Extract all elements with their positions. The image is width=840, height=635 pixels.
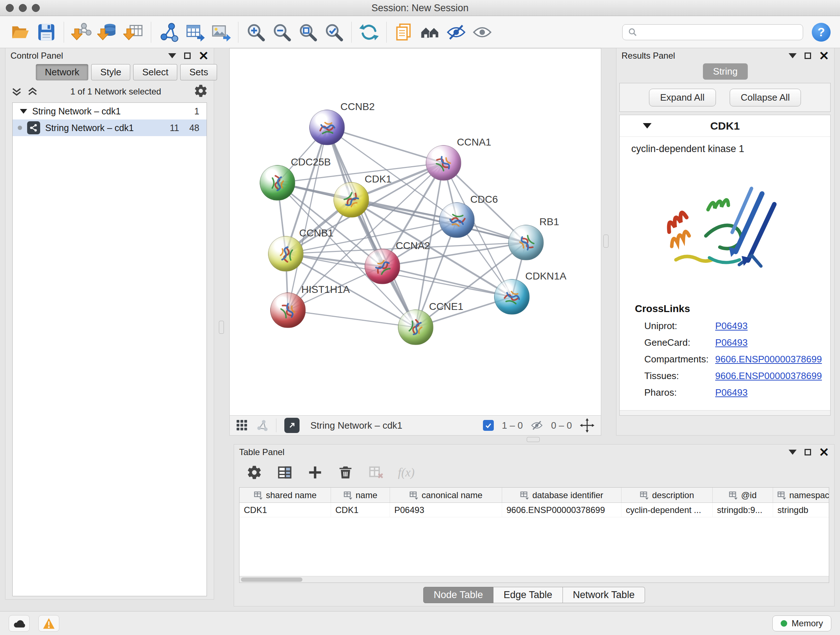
network-collection-row[interactable]: String Network – cdk1 1 [13,103,207,119]
delete-column-button[interactable] [336,463,355,482]
network-node-CDC25B[interactable]: CDC25B [260,165,295,201]
crosslink-value-link[interactable]: P06493 [715,387,748,398]
show-columns-button[interactable] [275,463,294,482]
tab-network-table[interactable]: Network Table [563,587,645,603]
table-cell[interactable]: CDK1 [240,503,331,517]
crosslink-value-link[interactable]: 9606.ENSP00000378699 [715,371,822,382]
hide-selected-button[interactable] [443,19,469,45]
close-panel-icon[interactable]: ✕ [819,446,829,458]
column-header-description[interactable]: description [622,488,713,502]
panel-menu-icon[interactable] [789,53,797,58]
panel-menu-icon[interactable] [168,53,176,58]
network-node-CDKN1A[interactable]: CDKN1A [494,279,530,315]
table-cell[interactable]: P06493 [390,503,502,517]
zoom-out-button[interactable] [269,19,295,45]
crosslink-value-link[interactable]: P06493 [715,320,748,332]
refresh-button[interactable] [356,19,382,45]
column-header-shared-name[interactable]: shared name [240,488,331,502]
table-cell[interactable]: cyclin-dependent ... [622,503,713,517]
network-row[interactable]: String Network – cdk1 11 48 [13,119,207,136]
table-cell[interactable]: stringdb [773,503,829,517]
open-session-button[interactable] [7,19,33,45]
search-input[interactable] [641,27,798,37]
collapse-section-icon[interactable] [643,123,652,128]
tab-node-table[interactable]: Node Table [423,587,493,603]
tab-string[interactable]: String [703,63,748,80]
expand-all-icon[interactable] [27,86,38,97]
save-session-button[interactable] [33,19,59,45]
collapse-all-button[interactable]: Collapse All [729,89,801,106]
column-header--id[interactable]: @id [713,488,773,502]
panel-menu-icon[interactable] [789,450,797,455]
column-header-name[interactable]: name [331,488,390,502]
table-row[interactable]: CDK1CDK1P064939606.ENSP00000378699cyclin… [240,503,829,517]
selected-checkbox-icon[interactable] [483,420,494,431]
zoom-in-button[interactable] [243,19,269,45]
column-header-namespac[interactable]: namespac [773,488,829,502]
zoom-selected-button[interactable] [321,19,347,45]
import-table-from-file-button[interactable] [120,19,147,45]
collapse-all-icon[interactable] [11,86,22,97]
warnings-button[interactable] [38,615,59,632]
table-horizontal-scrollbar[interactable] [240,576,829,583]
export-image-button[interactable] [208,19,234,45]
column-header-database-identifier[interactable]: database identifier [502,488,622,502]
network-node-CCNA1[interactable]: CCNA1 [426,145,461,181]
network-node-CDC6[interactable]: CDC6 [439,203,475,238]
network-node-HIST1H1A[interactable]: HIST1H1A [270,293,306,328]
table-cell[interactable]: stringdb:9... [713,503,773,517]
create-column-button[interactable] [306,463,325,482]
home-button[interactable] [417,19,443,45]
network-edge[interactable] [288,127,327,310]
help-button[interactable]: ? [812,23,831,42]
tab-network[interactable]: Network [36,64,88,80]
network-graph[interactable]: CCNB2CCNA1CDC25BCDK1CDC6RB1CCNB1CCNA2CDK… [230,49,601,415]
network-node-CCNE1[interactable]: CCNE1 [398,310,433,345]
import-network-from-file-button[interactable] [68,19,95,45]
search-box[interactable] [622,24,803,40]
duplicate-button[interactable] [391,19,417,45]
network-node-CCNA2[interactable]: CCNA2 [365,249,400,284]
export-network-button[interactable] [156,19,182,45]
expand-all-button[interactable]: Expand All [649,89,716,106]
network-node-CDK1[interactable]: CDK1 [333,182,369,218]
left-splitter-handle[interactable] [219,321,224,334]
pan-tool-button[interactable] [580,418,594,432]
results-scrollbar[interactable] [620,410,830,415]
open-in-new-window-button[interactable] [284,418,300,433]
network-options-button[interactable] [194,84,208,100]
table-cell[interactable]: CDK1 [331,503,390,517]
grid-view-button[interactable] [236,420,248,431]
right-splitter-handle[interactable] [603,234,608,248]
table-cell[interactable]: 9606.ENSP00000378699 [502,503,622,517]
table-options-button[interactable] [245,463,264,482]
network-node-RB1[interactable]: RB1 [508,225,544,260]
network-edge[interactable] [288,310,416,327]
show-all-button[interactable] [469,19,495,45]
tab-select[interactable]: Select [133,64,177,80]
float-panel-icon[interactable] [805,52,811,59]
scrollbar-thumb[interactable] [241,578,302,582]
tab-sets[interactable]: Sets [180,64,217,80]
close-panel-icon[interactable]: ✕ [819,50,829,62]
float-panel-icon[interactable] [184,52,191,59]
bottom-splitter-handle[interactable] [527,437,540,442]
network-node-CCNB1[interactable]: CCNB1 [268,236,303,272]
zoom-fit-button[interactable] [295,19,321,45]
column-header-canonical-name[interactable]: canonical name [390,488,502,502]
export-table-button[interactable] [182,19,208,45]
close-panel-icon[interactable]: ✕ [199,50,209,62]
network-overview-button[interactable] [256,419,268,432]
memory-button[interactable]: Memory [772,616,831,631]
network-node-CCNB2[interactable]: CCNB2 [309,110,345,145]
crosslink-value-link[interactable]: P06493 [715,337,748,348]
tab-style[interactable]: Style [91,64,130,80]
crosslink-value-link[interactable]: 9606.ENSP00000378699 [715,354,822,365]
network-edge[interactable] [327,127,416,327]
network-edge[interactable] [382,266,512,297]
float-panel-icon[interactable] [805,449,811,455]
cloud-button[interactable] [9,615,30,632]
gene-header-row[interactable]: CDK1 [620,115,830,137]
tab-edge-table[interactable]: Edge Table [493,587,563,603]
import-network-from-database-button[interactable] [95,19,120,45]
